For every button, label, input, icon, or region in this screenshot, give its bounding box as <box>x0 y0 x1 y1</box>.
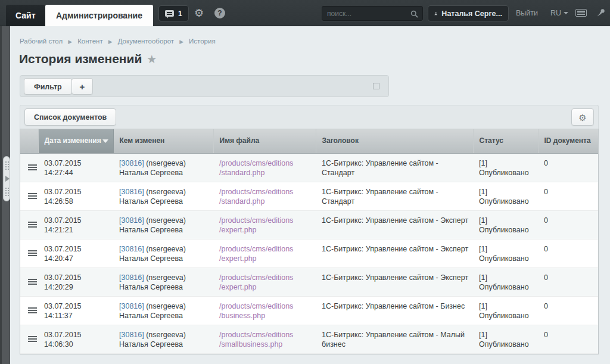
date-cell: 03.07.201514:06:30 <box>38 325 113 353</box>
notifications-button[interactable]: 1 <box>158 5 189 21</box>
user-icon <box>434 10 437 17</box>
search-icon[interactable] <box>410 10 418 20</box>
tab-administration[interactable]: Администрирование <box>45 5 153 26</box>
row-actions-menu-icon[interactable] <box>28 193 37 194</box>
status-cell: [1] Опубликовано <box>473 267 538 296</box>
expand-arrow-icon <box>5 176 13 182</box>
breadcrumb-content[interactable]: Контент <box>77 38 103 45</box>
drag-dots-icon <box>5 187 9 197</box>
header-filename[interactable]: Имя файла <box>213 129 316 153</box>
status-cell: [1] Опубликовано <box>473 182 538 210</box>
favorite-star-icon[interactable] <box>147 53 157 66</box>
file-cell: /products/cms/editions/smallbusiness.php <box>213 325 316 353</box>
search-box <box>322 6 423 21</box>
user-menu-button[interactable]: Наталья Серге... <box>428 5 509 21</box>
user-id-link[interactable]: [30816] <box>119 302 144 310</box>
file-link[interactable]: /products/cms/editions/smallbusiness.php <box>219 330 312 350</box>
logout-link[interactable]: Выйти <box>516 9 538 17</box>
title-cell: 1С-Битрикс: Управление сайтом - Эксперт <box>316 239 473 267</box>
row-menu-cell <box>20 239 38 267</box>
file-cell: /products/cms/editions/expert.php <box>213 267 316 296</box>
add-filter-button[interactable]: + <box>71 78 93 95</box>
row-menu-cell <box>20 182 38 210</box>
breadcrumb: Рабочий стол▶Контент▶Документооборот▶Ист… <box>20 38 216 45</box>
row-actions-menu-icon[interactable] <box>28 250 37 251</box>
row-actions-menu-icon[interactable] <box>28 164 37 166</box>
user-cell: [30816] (nsergeeva) Наталья Сергеева <box>113 153 213 182</box>
status-cell: [1] Опубликовано <box>473 325 538 353</box>
user-id-link[interactable]: [30816] <box>119 273 144 282</box>
doc-id-cell: 0 <box>538 182 598 210</box>
tab-site[interactable]: Сайт <box>6 5 45 26</box>
title-cell: 1С-Битрикс: Управление сайтом - Бизнес <box>316 296 473 325</box>
row-menu-cell <box>20 267 38 296</box>
header-status[interactable]: Статус <box>473 129 538 153</box>
filter-button[interactable]: Фильтр <box>24 78 72 95</box>
user-name: Наталья Серге... <box>441 10 502 18</box>
file-link[interactable]: /products/cms/editions/expert.php <box>219 273 312 293</box>
file-link[interactable]: /products/cms/editions/business.php <box>219 301 312 321</box>
user-id-link[interactable]: [30816] <box>119 331 144 339</box>
status-cell: [1] Опубликовано <box>473 210 538 239</box>
table-row: 03.07.201514:26:58 [30816] (nsergeeva) Н… <box>20 182 598 210</box>
table-row: 03.07.201514:27:44 [30816] (nsergeeva) Н… <box>20 153 598 182</box>
header-title[interactable]: Заголовок <box>316 129 473 153</box>
user-cell: [30816] (nsergeeva) Наталья Сергеева <box>113 239 213 267</box>
sidebar-expand-handle[interactable] <box>3 156 10 201</box>
table-header-row: Дата изменения Кем изменен Имя файла Заг… <box>20 129 598 153</box>
breadcrumb-history[interactable]: История <box>189 38 216 45</box>
table-row: 03.07.201514:20:47 [30816] (nsergeeva) Н… <box>20 239 598 267</box>
page-title: История изменений <box>19 52 157 66</box>
row-menu-cell <box>20 153 38 182</box>
header-modified-by[interactable]: Кем изменен <box>113 129 213 153</box>
doc-id-cell: 0 <box>538 325 598 353</box>
collapsed-sidebar-rail[interactable] <box>0 26 10 364</box>
filter-collapse-icon[interactable] <box>373 83 379 89</box>
row-actions-menu-icon[interactable] <box>28 307 37 309</box>
row-menu-cell <box>20 325 38 353</box>
table-row: 03.07.201514:11:37 [30816] (nsergeeva) Н… <box>20 296 598 325</box>
row-actions-menu-icon[interactable] <box>28 279 37 280</box>
user-id-link[interactable]: [30816] <box>119 245 144 253</box>
date-cell: 03.07.201514:20:29 <box>38 267 113 296</box>
language-selector[interactable]: RU <box>550 9 568 17</box>
row-actions-menu-icon[interactable] <box>28 336 37 337</box>
search-input[interactable] <box>327 7 407 20</box>
doc-id-cell: 0 <box>538 296 598 325</box>
user-id-link[interactable]: [30816] <box>119 188 144 196</box>
file-cell: /products/cms/editions/standard.php <box>213 182 316 210</box>
breadcrumb-separator-icon: ▶ <box>108 39 113 45</box>
notification-count: 1 <box>178 10 182 18</box>
user-id-link[interactable]: [30816] <box>119 216 144 225</box>
document-list-tab[interactable]: Список документов <box>24 108 116 126</box>
file-link[interactable]: /products/cms/editions/expert.php <box>219 244 312 264</box>
file-link[interactable]: /products/cms/editions/standard.php <box>219 187 312 207</box>
user-cell: [30816] (nsergeeva) Наталья Сергеева <box>113 267 213 296</box>
user-cell: [30816] (nsergeeva) Наталья Сергеева <box>113 325 213 353</box>
breadcrumb-workflow[interactable]: Документооборот <box>118 38 174 45</box>
doc-id-cell: 0 <box>538 267 598 296</box>
title-cell: 1С-Битрикс: Управление сайтом - Малый би… <box>316 325 473 353</box>
hotkeys-icon[interactable] <box>575 9 587 17</box>
table-body: 03.07.201514:27:44 [30816] (nsergeeva) Н… <box>20 153 598 353</box>
grid-settings-button[interactable] <box>571 108 594 126</box>
breadcrumb-desktop[interactable]: Рабочий стол <box>20 38 63 45</box>
file-cell: /products/cms/editions/expert.php <box>213 239 316 267</box>
breadcrumb-separator-icon: ▶ <box>68 39 72 45</box>
file-link[interactable]: /products/cms/editions/expert.php <box>219 216 312 235</box>
settings-gear-icon[interactable] <box>194 8 205 18</box>
header-doc-id[interactable]: ID документа <box>538 129 598 153</box>
file-link[interactable]: /products/cms/editions/standard.php <box>219 158 312 178</box>
header-date-sorted[interactable]: Дата изменения <box>38 129 113 153</box>
history-table: Дата изменения Кем изменен Имя файла Заг… <box>20 129 599 354</box>
date-cell: 03.07.201514:26:58 <box>38 182 113 210</box>
file-cell: /products/cms/editions/expert.php <box>213 210 316 239</box>
row-actions-menu-icon[interactable] <box>28 222 37 223</box>
pin-icon[interactable] <box>596 8 606 20</box>
list-toolbar: Список документов <box>20 105 599 129</box>
header-menu-column <box>20 129 38 153</box>
user-id-link[interactable]: [30816] <box>119 159 144 167</box>
doc-id-cell: 0 <box>538 239 598 267</box>
table-row: 03.07.201514:20:29 [30816] (nsergeeva) Н… <box>20 267 598 296</box>
help-icon[interactable] <box>214 8 225 18</box>
